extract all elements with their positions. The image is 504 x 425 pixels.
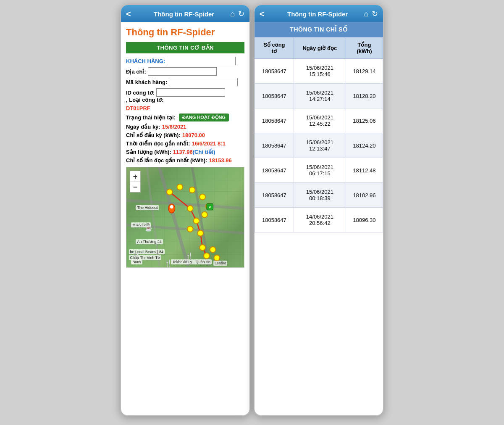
svg-point-16 [204,253,210,259]
table-row: 1805864715/06/2021 12:13:4718124.20 [255,133,383,158]
map-food-icon-2: 🍴 [164,259,173,267]
map-label-hideout: The Hideout [136,205,159,210]
trang-thai-row: Trạng thái hiện tại: ĐANG HOẠT ĐỘNG [126,114,244,121]
san-luong-label: Sản lượng (kWh): [126,149,171,155]
data-table: Số côngtơ Ngày giờ đọc Tổng(kWh) 1805864… [255,37,383,232]
right-nav-bar: < Thông tin RF-Spider ⌂ ↻ [255,5,383,22]
svg-point-17 [210,247,216,253]
cell-tong: 18128.20 [346,84,383,108]
svg-point-13 [187,226,193,232]
cell-so-cong-to: 18058647 [255,108,294,133]
cell-so-cong-to: 18058647 [255,183,294,208]
table-scroll-area[interactable]: Số côngtơ Ngày giờ đọc Tổng(kWh) 1805864… [255,37,383,415]
ngay-dau-ky-row: Ngày đầu kỳ: 15/6/2021 [126,124,244,130]
map-food-icon-3: 🍴 [185,252,194,260]
left-refresh-icon[interactable]: ↻ [238,9,244,18]
cell-ngay-gio-doc: 15/06/2021 12:13:47 [294,133,346,158]
left-phone-frame: < Thông tin RF-Spider ⌂ ↻ Thông tin RF-S… [120,4,250,416]
right-nav-title: Thông tin RF-Spider [271,11,364,18]
cell-tong: 18129.14 [346,59,383,84]
cell-tong: 18125.06 [346,108,383,133]
table-row: 1805864714/06/2021 20:56:4218096.30 [255,208,383,232]
svg-point-10 [202,212,207,218]
left-nav-title: Thông tin RF-Spider [138,11,230,18]
svg-point-20 [170,205,173,209]
chi-so-dau-ky-value: 18070.00 [182,132,205,138]
left-nav-icons: ⌂ ↻ [230,9,244,18]
cell-tong: 18102.96 [346,183,383,208]
thoi-diem-label: Thời điểm đọc gần nhất: [126,140,190,147]
cell-so-cong-to: 18058647 [255,84,294,108]
table-row: 1805864715/06/2021 00:18:3918102.96 [255,183,383,208]
khach-hang-input[interactable] [167,57,236,65]
chi-so-lan-doc-value: 18153.96 [209,157,231,164]
map-zoom-controls: + − [130,171,141,193]
table-section-header: THÔNG TIN CHỈ SỐ [255,22,383,37]
page-title: Thông tin RF-Spider [126,27,244,38]
cell-ngay-gio-doc: 15/06/2021 00:18:39 [294,183,346,208]
cell-tong: 18124.20 [346,133,383,158]
loai-value-row: DT01PRF [126,105,244,111]
right-back-button[interactable]: < [260,9,271,19]
svg-point-15 [200,245,205,251]
section-header-basic: THÔNG TIN CƠ BẢN [126,42,244,53]
cell-ngay-gio-doc: 15/06/2021 12:45:22 [294,108,346,133]
svg-point-8 [200,194,205,200]
svg-point-6 [177,184,183,190]
ma-khach-hang-label: Mã khách hàng: [126,79,167,85]
chi-so-dau-ky-label: Chỉ số đầu kỳ (kWh): [126,132,181,138]
map-zoom-in-button[interactable]: + [130,171,141,182]
left-home-icon[interactable]: ⌂ [230,10,235,18]
table-row: 1805864715/06/2021 14:27:1418128.20 [255,84,383,108]
dia-chi-label: Địa chỉ: [126,69,146,75]
chi-tiet-link[interactable]: (Chi tiết) [193,149,215,155]
id-cong-to-input[interactable] [156,88,225,97]
right-nav-icons: ⌂ ↻ [364,9,378,18]
col-header-ngay-gio-doc: Ngày giờ đọc [294,37,346,59]
table-row: 1805864715/06/2021 06:17:1518112.48 [255,158,383,183]
table-row: 1805864715/06/2021 15:15:4618129.14 [255,59,383,84]
cell-ngay-gio-doc: 15/06/2021 15:15:46 [294,59,346,84]
right-home-icon[interactable]: ⌂ [364,10,368,18]
trang-thai-badge: ĐANG HOẠT ĐỘNG [179,114,229,121]
ngay-dau-ky-label: Ngày đầu kỳ: [126,124,160,130]
id-cong-to-row: ID công tơ: , Loại công tơ: [126,88,244,103]
table-row: 1805864715/06/2021 12:45:2218125.06 [255,108,383,133]
id-cong-to-label: ID công tơ: [126,90,155,96]
chi-so-lan-doc-label: Chỉ số lần đọc gần nhất (kWh): [126,157,207,164]
san-luong-row: Sản lượng (kWh): 1137.96 (Chi tiết) [126,149,244,155]
loai-value: DT01PRF [126,105,150,111]
dia-chi-row: Địa chỉ: [126,67,244,76]
right-refresh-icon[interactable]: ↻ [372,9,378,18]
left-content: Thông tin RF-Spider THÔNG TIN CƠ BẢN KHÁ… [121,22,249,415]
right-phone-frame: < Thông tin RF-Spider ⌂ ↻ THÔNG TIN CHỈ … [254,4,384,416]
chi-so-lan-doc-row: Chỉ số lần đọc gần nhất (kWh): 18153.96 [126,157,244,164]
thoi-diem-value: 16/6/2021 8:1 [192,140,226,147]
chi-so-dau-ky-row: Chỉ số đầu kỳ (kWh): 18070.00 [126,132,244,138]
svg-point-7 [189,187,195,193]
svg-point-5 [167,189,173,195]
ma-khach-hang-input[interactable] [169,78,238,86]
table-header-row: Số côngtơ Ngày giờ đọc Tổng(kWh) [255,37,383,59]
svg-point-18 [214,255,220,261]
dia-chi-input[interactable] [148,67,217,76]
cell-ngay-gio-doc: 15/06/2021 14:27:14 [294,84,346,108]
table-body: 1805864715/06/2021 15:15:4618129.1418058… [255,59,383,232]
san-luong-value: 1137.96 [173,149,193,155]
col-header-tong: Tổng(kWh) [346,37,383,59]
leaflet-attribution: Leaflet [213,261,227,266]
svg-point-14 [197,230,203,236]
svg-point-12 [194,218,200,224]
ma-khach-hang-row: Mã khách hàng: [126,78,244,86]
cell-ngay-gio-doc: 14/06/2021 20:56:42 [294,208,346,232]
map-zoom-out-button[interactable]: − [130,182,141,193]
col-header-so-cong-to: Số côngtơ [255,37,294,59]
map-container[interactable]: P + − The Hideout MUA Café An Thương 24 … [126,167,244,268]
cell-so-cong-to: 18058647 [255,133,294,158]
svg-text:P: P [209,205,211,209]
trang-thai-label: Trạng thái hiện tại: [126,114,176,121]
map-food-icon-1: 🍴 [132,252,141,260]
left-back-button[interactable]: < [126,9,138,19]
cell-tong: 18112.48 [346,158,383,183]
khach-hang-row: KHÁCH HÀNG: [126,57,244,65]
